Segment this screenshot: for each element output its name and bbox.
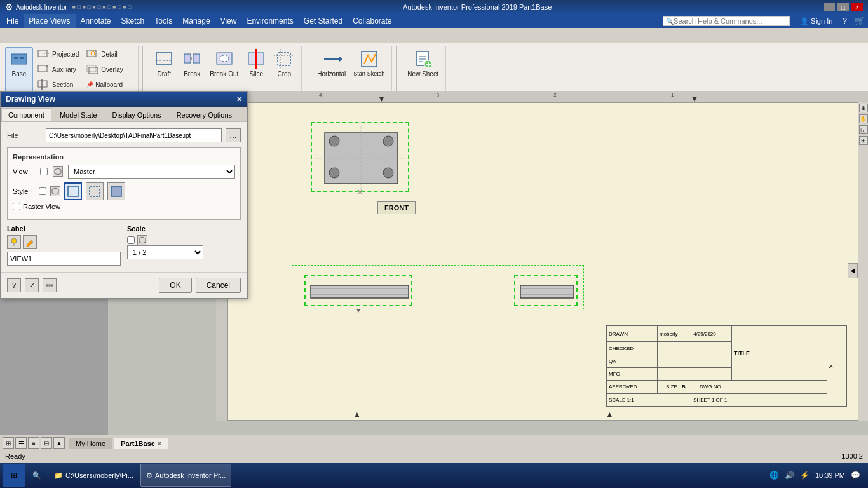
menu-file[interactable]: File: [1, 14, 24, 28]
minimize-btn[interactable]: —: [824, 3, 835, 11]
style-options-btn[interactable]: [50, 186, 60, 196]
statusbar-right: 1300 2: [841, 452, 863, 460]
label-light-btn[interactable]: [7, 235, 21, 249]
scale-section: Scale 1 / 2 1 / 1 1 / 4 1 / 8 2 / 1: [127, 225, 241, 266]
top-part-view[interactable]: ×: [311, 122, 409, 192]
menu-sketch[interactable]: Sketch: [116, 14, 150, 28]
menu-manage[interactable]: Manage: [177, 14, 215, 28]
tab-model-state[interactable]: Model State: [53, 108, 104, 121]
coords-display: 1300 2: [841, 452, 863, 460]
svg-rect-16: [193, 54, 200, 63]
sign-in-button[interactable]: 👤 Sign In: [795, 16, 837, 27]
ribbon-tabs: [0, 28, 868, 43]
dialog-titlebar: Drawing View ×: [1, 92, 247, 107]
view-arrow: ▼: [355, 307, 362, 314]
panel-btn-1[interactable]: ⊕: [859, 104, 868, 112]
systray-volume[interactable]: 🔊: [785, 470, 795, 480]
my-home-tab[interactable]: My Home: [69, 438, 112, 449]
slice-icon: [246, 49, 266, 69]
new-sheet-btn[interactable]: New Sheet: [404, 47, 442, 92]
panel-btn-3[interactable]: ◱: [859, 125, 868, 134]
file-path-input[interactable]: [46, 128, 222, 142]
style-checkbox[interactable]: [39, 187, 46, 195]
menu-collaborate[interactable]: Collaborate: [348, 14, 397, 28]
systray-network[interactable]: 🌐: [770, 470, 780, 480]
help-btn[interactable]: ?: [7, 278, 21, 292]
app-title: Autodesk Inventor Professional 2019 Part…: [403, 3, 552, 11]
slice-btn[interactable]: Slice: [243, 47, 269, 92]
break-out-btn[interactable]: Break Out: [207, 47, 241, 92]
panel-btn-4[interactable]: ⊞: [859, 136, 868, 145]
tab-component[interactable]: Component: [1, 108, 51, 121]
tab-icon-2[interactable]: ☰: [15, 437, 27, 449]
nailboard-btn[interactable]: 📌 Nailboard: [83, 78, 134, 92]
search-bar[interactable]: 🔍: [663, 16, 790, 26]
dialog-cancel-btn[interactable]: Cancel: [196, 278, 241, 293]
overlay-btn[interactable]: Overlay: [83, 62, 134, 76]
search-input[interactable]: [674, 17, 782, 25]
drawing-paper[interactable]: × FRONT ▼: [227, 102, 860, 421]
check-btn[interactable]: ✓: [25, 278, 39, 292]
start-sketch-btn[interactable]: Start Sketch: [350, 47, 388, 92]
close-btn[interactable]: ×: [851, 3, 863, 11]
systray-battery[interactable]: ⚡: [800, 470, 810, 480]
menu-annotate[interactable]: Annotate: [76, 14, 116, 28]
base-btn[interactable]: Base: [5, 47, 33, 92]
svg-point-35: [329, 136, 339, 146]
tab-icon-4[interactable]: ⊟: [41, 437, 52, 449]
taskbar-explorer[interactable]: 📁 C:\Users\moberly\Pi...: [48, 464, 139, 487]
draft-btn[interactable]: Draft: [151, 47, 177, 92]
taskbar-search[interactable]: 🔍: [27, 464, 47, 487]
dialog-close-btn[interactable]: ×: [237, 94, 242, 104]
svg-rect-3: [38, 50, 47, 57]
view-options-btn[interactable]: [53, 166, 63, 177]
scale-select[interactable]: 1 / 2 1 / 1 1 / 4 1 / 8 2 / 1: [127, 245, 203, 259]
dialog-action-buttons: OK Cancel: [159, 278, 241, 293]
view-checkbox[interactable]: [40, 168, 48, 175]
scale-checkbox[interactable]: [127, 236, 135, 244]
label-input[interactable]: [7, 252, 121, 266]
maximize-btn[interactable]: □: [837, 3, 849, 11]
raster-check-row: Raster View: [13, 203, 235, 210]
notification-icon[interactable]: 💬: [850, 470, 860, 480]
label-edit-btn[interactable]: [23, 235, 37, 249]
panel-btn-2[interactable]: ✋: [859, 114, 868, 123]
visible-lines-btn[interactable]: [64, 182, 82, 200]
tab-icon-5[interactable]: ▲: [53, 437, 65, 449]
raster-checkbox[interactable]: [13, 203, 20, 210]
section-btn[interactable]: Section: [34, 78, 82, 92]
dialog-ok-btn[interactable]: OK: [159, 278, 191, 293]
view-dropdown[interactable]: Master: [68, 165, 235, 179]
part1base-tab[interactable]: Part1Base ×: [114, 438, 168, 449]
detail-btn[interactable]: Detail: [83, 47, 134, 61]
scale-options-btn[interactable]: [137, 235, 147, 245]
taskbar-inventor[interactable]: ⚙ Autodesk Inventor Pr...: [140, 464, 231, 487]
part1base-tab-close[interactable]: ×: [158, 440, 161, 447]
start-button[interactable]: ⊞: [3, 464, 25, 487]
bottom-left-view[interactable]: ▼: [304, 274, 412, 306]
expand-btn[interactable]: [43, 278, 57, 292]
shaded-btn[interactable]: [107, 182, 125, 200]
horizontal-btn[interactable]: Horizontal: [314, 47, 349, 92]
clock-display[interactable]: 10:39 PM: [815, 471, 845, 479]
menu-get-started[interactable]: Get Started: [299, 14, 348, 28]
svg-rect-15: [184, 54, 191, 63]
menu-place-views[interactable]: Place Views: [24, 14, 75, 28]
browse-btn[interactable]: …: [226, 128, 241, 142]
tab-icon-3[interactable]: ≡: [28, 437, 39, 449]
projected-btn[interactable]: Projected: [34, 47, 82, 61]
svg-rect-11: [87, 65, 96, 72]
nav-arrow-right[interactable]: ◄: [848, 263, 858, 278]
tab-icon-1[interactable]: ⊞: [3, 437, 14, 449]
auxiliary-btn[interactable]: Auxiliary: [34, 62, 82, 76]
bottom-right-view[interactable]: [514, 274, 578, 306]
menu-tools[interactable]: Tools: [149, 14, 177, 28]
crop-btn[interactable]: Crop: [271, 47, 297, 92]
break-btn[interactable]: Break: [179, 47, 205, 92]
svg-rect-1: [14, 57, 18, 59]
tab-recovery-options[interactable]: Recovery Options: [170, 108, 239, 121]
menu-view[interactable]: View: [215, 14, 242, 28]
menu-environments[interactable]: Environments: [241, 14, 298, 28]
hidden-lines-btn[interactable]: [86, 182, 104, 200]
tab-display-options[interactable]: Display Options: [105, 108, 168, 121]
